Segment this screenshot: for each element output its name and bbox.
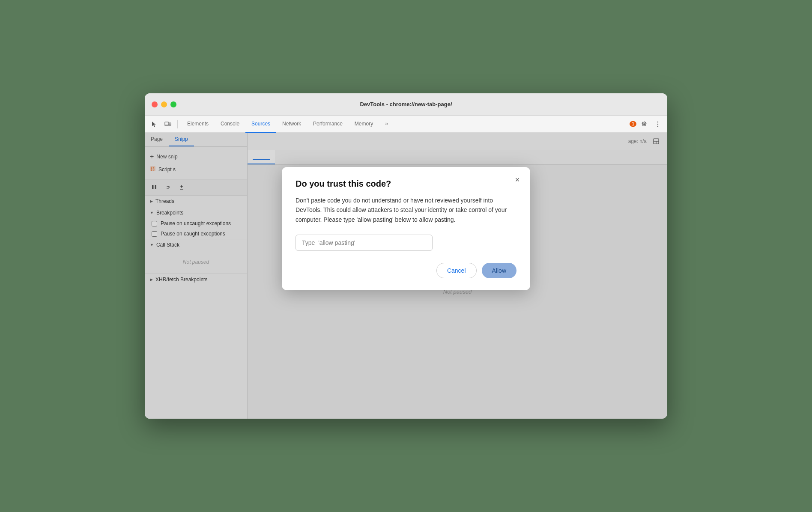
modal-body: Don't paste code you do not understand o… <box>296 196 516 224</box>
titlebar: DevTools - chrome://new-tab-page/ <box>145 93 667 116</box>
cursor-icon[interactable] <box>148 118 160 130</box>
tab-memory[interactable]: Memory <box>349 116 379 133</box>
minimize-button[interactable] <box>161 101 167 107</box>
window-controls <box>152 101 176 107</box>
window-title: DevTools - chrome://new-tab-page/ <box>360 101 452 107</box>
devtools-toolbar: Elements Console Sources Network Perform… <box>145 116 667 133</box>
devtools-window: DevTools - chrome://new-tab-page/ Elemen… <box>145 93 667 419</box>
modal-actions: Cancel Allow <box>296 263 516 278</box>
svg-rect-1 <box>169 123 171 125</box>
svg-point-4 <box>657 121 658 122</box>
cancel-button[interactable]: Cancel <box>436 263 477 278</box>
devtools-nav-tabs: Elements Console Sources Network Perform… <box>181 116 628 133</box>
svg-rect-0 <box>165 122 169 125</box>
svg-point-6 <box>657 125 658 126</box>
device-icon[interactable] <box>162 118 174 130</box>
svg-point-3 <box>643 123 645 125</box>
maximize-button[interactable] <box>170 101 176 107</box>
close-button[interactable] <box>152 101 158 107</box>
tab-elements[interactable]: Elements <box>181 116 215 133</box>
tab-network[interactable]: Network <box>276 116 307 133</box>
tab-console[interactable]: Console <box>215 116 245 133</box>
allow-button[interactable]: Allow <box>482 263 516 278</box>
allow-pasting-input[interactable] <box>296 235 433 251</box>
modal-title: Do you trust this code? <box>296 179 516 189</box>
modal-overlay: × Do you trust this code? Don't paste co… <box>145 133 667 419</box>
toolbar-right: 1 <box>630 118 664 130</box>
tab-performance[interactable]: Performance <box>307 116 349 133</box>
error-badge: 1 <box>630 121 636 127</box>
tab-more[interactable]: » <box>379 116 394 133</box>
svg-point-5 <box>657 123 658 124</box>
settings-icon[interactable] <box>638 118 650 130</box>
modal-close-button[interactable]: × <box>511 174 523 186</box>
more-options-icon[interactable] <box>652 118 664 130</box>
toolbar-divider <box>177 120 178 128</box>
trust-dialog: × Do you trust this code? Don't paste co… <box>282 167 530 290</box>
devtools-body: Page Snipp + New snip <box>145 133 667 419</box>
tab-sources[interactable]: Sources <box>245 116 276 133</box>
